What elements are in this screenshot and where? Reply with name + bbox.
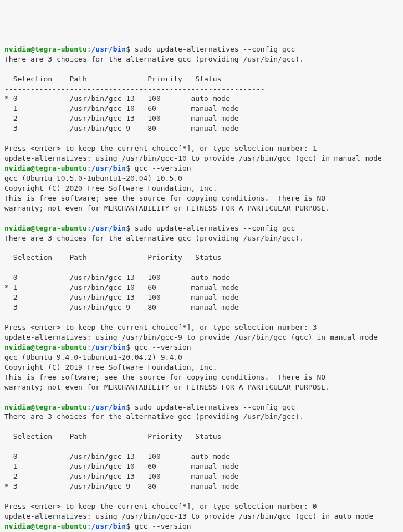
table-row: 1 /usr/bin/gcc-10 60 manual mode <box>4 462 239 470</box>
table-row: * 0 /usr/bin/gcc-13 100 auto mode <box>4 94 230 103</box>
prompt-colon: : <box>87 224 91 232</box>
output-line: This is free software; see the source fo… <box>4 194 325 202</box>
prompt-dollar: $ <box>126 224 135 232</box>
prompt-user: nvidia@tegra-ubuntu <box>4 343 87 351</box>
prompt-colon: : <box>87 343 91 351</box>
prompt-path: /usr/bin <box>91 45 126 53</box>
prompt-user: nvidia@tegra-ubuntu <box>4 164 87 172</box>
output-line: update-alternatives: using /usr/bin/gcc-… <box>4 333 378 341</box>
command-line[interactable]: sudo update-alternatives --config gcc <box>135 403 295 411</box>
prompt-path: /usr/bin <box>91 343 126 351</box>
table-row: 0 /usr/bin/gcc-13 100 auto mode <box>4 273 230 282</box>
prompt-user: nvidia@tegra-ubuntu <box>4 522 87 530</box>
prompt-user: nvidia@tegra-ubuntu <box>4 45 87 53</box>
output-line: There are 3 choices for the alternative … <box>4 412 304 421</box>
table-row: 1 /usr/bin/gcc-10 60 manual mode <box>4 104 239 112</box>
output-line: gcc (Ubuntu 9.4.0-1ubuntu1~20.04.2) 9.4.… <box>4 353 182 361</box>
command-line[interactable]: gcc --version <box>135 522 191 530</box>
output-line: gcc (Ubuntu 10.5.0-1ubuntu1~20.04) 10.5.… <box>4 174 182 182</box>
output-line: Copyright (C) 2020 Free Software Foundat… <box>4 184 217 192</box>
command-line[interactable]: gcc --version <box>135 164 191 172</box>
table-row: 3 /usr/bin/gcc-9 80 manual mode <box>4 124 239 132</box>
output-line: Copyright (C) 2019 Free Software Foundat… <box>4 363 217 371</box>
prompt-user: nvidia@tegra-ubuntu <box>4 224 87 232</box>
output-line: warranty; not even for MERCHANTABILITY o… <box>4 383 330 391</box>
table-divider: ----------------------------------------… <box>4 263 265 272</box>
table-divider: ----------------------------------------… <box>4 442 265 451</box>
table-row: 3 /usr/bin/gcc-9 80 manual mode <box>4 303 239 311</box>
command-line[interactable]: sudo update-alternatives --config gcc <box>135 45 295 53</box>
command-line[interactable]: sudo update-alternatives --config gcc <box>135 224 295 232</box>
prompt-path: /usr/bin <box>91 403 126 411</box>
output-line: There are 3 choices for the alternative … <box>4 234 304 242</box>
output-line: update-alternatives: using /usr/bin/gcc-… <box>4 512 373 520</box>
prompt-dollar: $ <box>126 522 135 530</box>
table-row: * 1 /usr/bin/gcc-10 60 manual mode <box>4 283 239 291</box>
prompt-input-line[interactable]: Press <enter> to keep the current choice… <box>4 144 317 152</box>
output-line: There are 3 choices for the alternative … <box>4 55 304 63</box>
table-row: 2 /usr/bin/gcc-13 100 manual mode <box>4 114 239 122</box>
prompt-input-line[interactable]: Press <enter> to keep the current choice… <box>4 502 317 510</box>
table-row: 2 /usr/bin/gcc-13 100 manual mode <box>4 472 239 480</box>
output-line: update-alternatives: using /usr/bin/gcc-… <box>4 154 382 162</box>
command-line[interactable]: gcc --version <box>135 343 191 351</box>
prompt-path: /usr/bin <box>91 522 126 530</box>
prompt-dollar: $ <box>126 403 135 411</box>
table-row: 2 /usr/bin/gcc-13 100 manual mode <box>4 293 239 301</box>
prompt-colon: : <box>87 522 91 530</box>
table-divider: ----------------------------------------… <box>4 85 265 93</box>
prompt-path: /usr/bin <box>91 164 126 172</box>
table-row: * 3 /usr/bin/gcc-9 80 manual mode <box>4 482 239 490</box>
output-line: warranty; not even for MERCHANTABILITY o… <box>4 204 330 212</box>
table-header: Selection Path Priority Status <box>4 432 221 441</box>
prompt-dollar: $ <box>126 45 135 53</box>
table-row: 0 /usr/bin/gcc-13 100 auto mode <box>4 452 230 461</box>
prompt-colon: : <box>87 164 91 172</box>
prompt-input-line[interactable]: Press <enter> to keep the current choice… <box>4 323 317 331</box>
table-header: Selection Path Priority Status <box>4 253 221 262</box>
table-header: Selection Path Priority Status <box>4 75 221 83</box>
prompt-colon: : <box>87 403 91 411</box>
output-line: This is free software; see the source fo… <box>4 373 325 381</box>
prompt-dollar: $ <box>126 164 135 172</box>
prompt-user: nvidia@tegra-ubuntu <box>4 403 87 411</box>
prompt-path: /usr/bin <box>91 224 126 232</box>
prompt-dollar: $ <box>126 343 135 351</box>
prompt-colon: : <box>87 45 91 53</box>
